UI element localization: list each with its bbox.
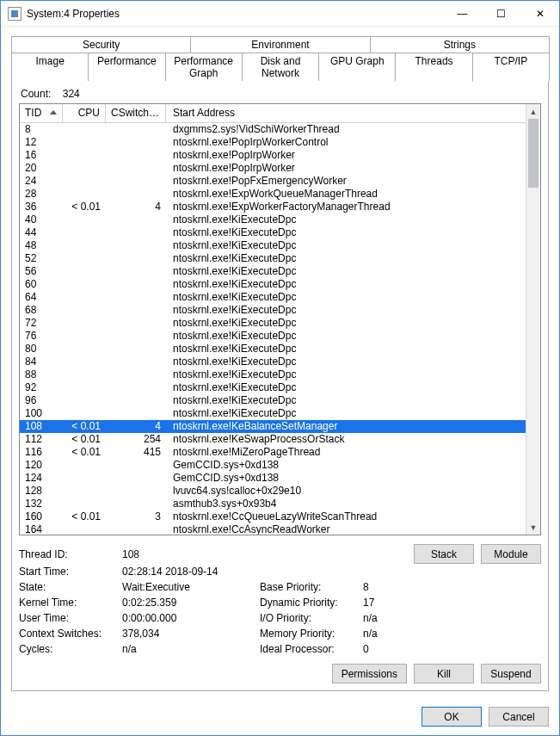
cell-tid: 76 (20, 330, 63, 343)
minimize-button[interactable]: — (443, 1, 482, 26)
cell-cpu (63, 356, 106, 368)
table-row[interactable]: 56ntoskrnl.exe!KiExecuteDpc (20, 265, 526, 278)
titlebar[interactable]: System:4 Properties — ☐ ✕ (1, 1, 559, 27)
table-row[interactable]: 20ntoskrnl.exe!PopIrpWorker (20, 162, 526, 175)
table-row[interactable]: 76ntoskrnl.exe!KiExecuteDpc (20, 330, 526, 343)
table-row[interactable]: 100ntoskrnl.exe!KiExecuteDpc (20, 407, 526, 420)
column-cpu[interactable]: CPU (63, 104, 106, 122)
column-tid[interactable]: TID (20, 104, 63, 122)
cell-cpu (63, 149, 106, 162)
tab-threads[interactable]: Threads (395, 53, 472, 82)
tab-gpu-graph[interactable]: GPU Graph (318, 53, 396, 81)
tab-security[interactable]: Security (11, 36, 191, 53)
cell-cswitch (106, 239, 166, 252)
cell-start-address: ntoskrnl.exe!KeSwapProcessOrStack (166, 433, 526, 446)
cell-tid: 12 (20, 136, 63, 149)
tab-performance[interactable]: Performance (88, 53, 165, 81)
tab-image[interactable]: Image (11, 53, 89, 81)
cancel-button[interactable]: Cancel (489, 707, 549, 727)
tab-environment[interactable]: Environment (190, 36, 370, 53)
table-row[interactable]: 124GemCCID.sys+0xd138 (20, 472, 526, 485)
cell-start-address: ntoskrnl.exe!KiExecuteDpc (166, 356, 526, 368)
table-row[interactable]: 84ntoskrnl.exe!KiExecuteDpc (20, 356, 526, 368)
column-start-address[interactable]: Start Address (166, 104, 526, 122)
table-row[interactable]: 16ntoskrnl.exe!PopIrpWorker (20, 149, 526, 162)
cell-cpu (63, 343, 106, 356)
cell-cswitch: 254 (106, 433, 166, 446)
table-row[interactable]: 8dxgmms2.sys!VidSchiWorkerThread (20, 123, 526, 136)
cell-cpu: < 0.01 (63, 420, 106, 433)
count-label: Count: (21, 88, 51, 100)
table-row[interactable]: 12ntoskrnl.exe!PopIrpWorkerControl (20, 136, 526, 149)
cell-cswitch (106, 485, 166, 498)
cell-tid: 164 (20, 523, 63, 535)
label-base-priority: Base Priority: (260, 581, 363, 593)
cell-cpu: < 0.01 (63, 510, 106, 523)
tab-performance-graph[interactable]: Performance Graph (165, 53, 243, 81)
table-row[interactable]: 48ntoskrnl.exe!KiExecuteDpc (20, 239, 526, 252)
table-row[interactable]: 164ntoskrnl.exe!CcAsyncReadWorker (20, 523, 526, 535)
table-row[interactable]: 80ntoskrnl.exe!KiExecuteDpc (20, 343, 526, 356)
table-row[interactable]: 68ntoskrnl.exe!KiExecuteDpc (20, 304, 526, 317)
table-row[interactable]: 88ntoskrnl.exe!KiExecuteDpc (20, 368, 526, 381)
cell-cswitch: 3 (106, 510, 166, 523)
label-memory-priority: Memory Priority: (260, 628, 363, 640)
permissions-button[interactable]: Permissions (332, 664, 407, 683)
list-header[interactable]: TID CPU CSwitch D... Start Address (20, 104, 526, 123)
table-row[interactable]: 120GemCCID.sys+0xd138 (20, 459, 526, 472)
cell-tid: 116 (20, 446, 63, 459)
table-row[interactable]: 112< 0.01254ntoskrnl.exe!KeSwapProcessOr… (20, 433, 526, 446)
cell-cswitch (106, 407, 166, 420)
maximize-button[interactable]: ☐ (482, 1, 520, 26)
table-row[interactable]: 116< 0.01415ntoskrnl.exe!MiZeroPageThrea… (20, 446, 526, 459)
kill-button[interactable]: Kill (414, 664, 474, 683)
value-thread-id: 108 (122, 548, 260, 560)
cell-cswitch (106, 356, 166, 368)
cell-tid: 36 (20, 201, 63, 213)
stack-button[interactable]: Stack (414, 544, 474, 564)
cell-start-address: ntoskrnl.exe!KiExecuteDpc (166, 394, 526, 407)
cell-cpu (63, 407, 106, 420)
table-row[interactable]: 64ntoskrnl.exe!KiExecuteDpc (20, 291, 526, 304)
column-cswitch[interactable]: CSwitch D... (106, 104, 166, 122)
ok-button[interactable]: OK (422, 707, 482, 727)
table-row[interactable]: 44ntoskrnl.exe!KiExecuteDpc (20, 226, 526, 239)
cell-start-address: lvuvc64.sys!calloc+0x29e10 (166, 485, 526, 498)
table-row[interactable]: 40ntoskrnl.exe!KiExecuteDpc (20, 213, 526, 226)
cell-start-address: ntoskrnl.exe!KiExecuteDpc (166, 239, 526, 252)
scroll-track[interactable] (526, 119, 540, 520)
label-start-time: Start Time: (19, 566, 122, 578)
table-row[interactable]: 108< 0.014ntoskrnl.exe!KeBalanceSetManag… (20, 420, 526, 433)
cell-cswitch: 415 (106, 446, 166, 459)
table-row[interactable]: 60ntoskrnl.exe!KiExecuteDpc (20, 278, 526, 291)
count-value: 324 (63, 88, 80, 100)
cell-tid: 80 (20, 343, 63, 356)
table-row[interactable]: 92ntoskrnl.exe!KiExecuteDpc (20, 381, 526, 394)
table-row[interactable]: 28ntoskrnl.exe!ExpWorkQueueManagerThread (20, 188, 526, 201)
tab-tcp-ip[interactable]: TCP/IP (472, 53, 550, 81)
cell-cpu (63, 265, 106, 278)
table-row[interactable]: 96ntoskrnl.exe!KiExecuteDpc (20, 394, 526, 407)
scroll-up-icon[interactable]: ▲ (526, 104, 540, 119)
table-row[interactable]: 128lvuvc64.sys!calloc+0x29e10 (20, 485, 526, 498)
table-row[interactable]: 52ntoskrnl.exe!KiExecuteDpc (20, 252, 526, 265)
table-row[interactable]: 132asmthub3.sys+0x93b4 (20, 498, 526, 510)
cell-start-address: ntoskrnl.exe!ExpWorkQueueManagerThread (166, 188, 526, 201)
table-row[interactable]: 36< 0.014ntoskrnl.exe!ExpWorkerFactoryMa… (20, 201, 526, 213)
table-row[interactable]: 72ntoskrnl.exe!KiExecuteDpc (20, 317, 526, 330)
table-row[interactable]: 160< 0.013ntoskrnl.exe!CcQueueLazyWriteS… (20, 510, 526, 523)
scroll-thumb[interactable] (528, 119, 538, 188)
cell-start-address: ntoskrnl.exe!KiExecuteDpc (166, 278, 526, 291)
value-ideal-processor: 0 (363, 643, 415, 655)
suspend-button[interactable]: Suspend (481, 664, 541, 683)
thread-list[interactable]: TID CPU CSwitch D... Start Address 8dxgm… (19, 103, 541, 535)
table-row[interactable]: 24ntoskrnl.exe!PopFxEmergencyWorker (20, 175, 526, 188)
cell-start-address: ntoskrnl.exe!ExpWorkerFactoryManagerThre… (166, 201, 526, 213)
scroll-down-icon[interactable]: ▼ (526, 520, 540, 535)
module-button[interactable]: Module (481, 544, 541, 564)
vertical-scrollbar[interactable]: ▲ ▼ (526, 104, 540, 535)
tab-strings[interactable]: Strings (370, 36, 550, 53)
tab-disk-and-network[interactable]: Disk and Network (242, 53, 319, 81)
close-button[interactable]: ✕ (520, 1, 559, 26)
cell-start-address: ntoskrnl.exe!KiExecuteDpc (166, 330, 526, 343)
